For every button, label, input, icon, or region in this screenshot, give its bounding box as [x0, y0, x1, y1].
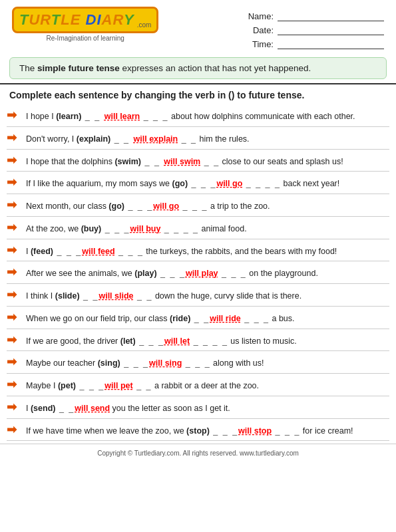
info-text-after: expresses an action that has not yet hap…: [120, 63, 311, 73]
sentence-text: If we have time when we leave the zoo, w…: [26, 425, 389, 438]
answer: will buy: [130, 224, 161, 233]
blank-before: _ _ _: [120, 358, 149, 368]
answer: will send: [75, 404, 110, 413]
sentence-after: him the rules.: [197, 134, 250, 144]
sentence-before: If we have time when we leave the zoo, w…: [26, 426, 186, 436]
sentence-row: ➡Maybe our teacher (sing) _ _ _will sing…: [7, 351, 389, 374]
sentence-row: ➡If we have time when we leave the zoo, …: [7, 419, 389, 442]
sentence-verb: (go): [108, 201, 124, 211]
header: TURTLE DIARY .com Re-Imagination of lear…: [0, 0, 396, 53]
arrow-icon: ➡: [7, 108, 21, 122]
sentence-after: about how dolphins communicate with each…: [169, 112, 355, 121]
sentence-text: If we are good, the driver (let) _ _ _wi…: [26, 335, 389, 348]
sentence-before: After we see the animals, we: [26, 269, 134, 278]
answer: will stop: [238, 426, 272, 436]
sentence-row: ➡Don't worry, I (explain) _ _ will expla…: [7, 127, 389, 150]
blank-after: _ _: [200, 157, 220, 166]
arrow-icon: ➡: [7, 422, 21, 437]
blank-after: _ _ _: [140, 112, 168, 121]
answer: will ride: [210, 314, 241, 323]
sentence-text: After we see the animals, we (play) _ _ …: [26, 267, 389, 280]
sentence-after: a rabbit or a deer at the zoo.: [152, 381, 260, 390]
sentence-text: Don't worry, I (explain) _ _ will explai…: [26, 133, 389, 146]
sentence-after: close to our seats and splash us!: [220, 157, 343, 166]
sentence-before: I hope that the dolphins: [26, 157, 114, 166]
sentence-verb: (ride): [170, 314, 190, 323]
sentence-verb: (pet): [58, 381, 76, 390]
arrow-icon: ➡: [7, 377, 21, 392]
answer: will go: [216, 179, 242, 188]
sentence-text: When we go on our field trip, our class …: [26, 313, 389, 325]
name-fields: Name: Date: Time:: [247, 7, 384, 49]
info-text-before: The: [19, 63, 37, 73]
sentence-verb: (learn): [56, 112, 81, 121]
sentence-row: ➡If we are good, the driver (let) _ _ _w…: [7, 329, 389, 352]
time-row: Time:: [247, 39, 384, 49]
sentence-after: you the letter as soon as I get it.: [110, 404, 230, 413]
blank-after: _ _ _: [179, 201, 208, 211]
arrow-icon: ➡: [7, 198, 21, 212]
sentence-before: I: [26, 247, 31, 256]
sentence-verb: (let): [120, 336, 136, 346]
logo-text: TURTLE DIARY: [19, 11, 134, 29]
blank-after: _ _ _: [115, 247, 144, 256]
arrow-icon: ➡: [7, 243, 21, 257]
answer: will sing: [149, 358, 182, 368]
blank-after: _ _ _ _: [242, 179, 281, 188]
arrow-icon: ➡: [7, 265, 21, 279]
sentence-verb: (go): [172, 179, 188, 188]
sentence-before: If we are good, the driver: [26, 336, 120, 346]
answer: will let: [164, 336, 190, 346]
sentence-text: Maybe I (pet) _ _ _will pet _ _ a rabbit…: [26, 380, 389, 392]
sentence-after: back next year!: [281, 179, 339, 188]
answer: will pet: [104, 381, 132, 390]
sentence-text: I (send) _ _will send you the letter as …: [26, 402, 389, 415]
arrow-icon: ➡: [7, 400, 21, 414]
blank-before: _ _ _: [53, 247, 82, 256]
sentence-verb: (sing): [98, 358, 120, 368]
sentence-verb: (buy): [81, 224, 102, 233]
sentence-row: ➡I hope I (learn) _ _ will learn _ _ _ a…: [7, 104, 389, 127]
blank-before: _ _ _: [76, 381, 104, 390]
blank-after: _ _ _: [272, 426, 300, 436]
sentence-verb: (feed): [31, 247, 53, 256]
blank-after: _ _ _ _: [160, 224, 199, 233]
blank-before: _ _: [55, 404, 75, 413]
sentence-before: I: [26, 404, 31, 413]
sentence-row: ➡Next month, our class (go) _ _ _will go…: [7, 194, 389, 217]
sentence-text: I (feed) _ _ _will feed _ _ _ the turkey…: [26, 245, 389, 258]
date-line: [278, 25, 384, 35]
blank-before: _ _ _: [101, 224, 130, 233]
sentence-text: Maybe our teacher (sing) _ _ _will sing …: [26, 357, 389, 370]
answer: will play: [186, 269, 218, 278]
answer: will swim: [164, 157, 200, 166]
name-label: Name:: [247, 11, 274, 21]
sentence-row: ➡When we go on our field trip, our class…: [7, 307, 389, 329]
sentence-after: on the playground.: [247, 269, 318, 278]
sentence-before: Next month, our class: [26, 201, 108, 211]
sentence-row: ➡If I like the aquarium, my mom says we …: [7, 172, 389, 194]
logo-com: .com: [137, 21, 152, 29]
name-row: Name:: [247, 11, 384, 21]
arrow-icon: ➡: [7, 220, 21, 235]
sentence-after: a bus.: [270, 314, 295, 323]
sentence-verb: (stop): [186, 426, 210, 436]
logo-area: TURTLE DIARY .com Re-Imagination of lear…: [12, 7, 158, 42]
blank-after: _ _ _: [218, 269, 247, 278]
sentence-row: ➡I hope that the dolphins (swim) _ _ wil…: [7, 150, 389, 172]
logo-box: TURTLE DIARY .com: [12, 7, 158, 33]
sentence-before: I hope I: [26, 112, 56, 121]
blank-before: _ _ _: [157, 269, 186, 278]
time-line: [278, 39, 384, 49]
date-label: Date:: [247, 25, 274, 35]
blank-after: _ _: [178, 134, 197, 144]
blank-before: _ _ _: [136, 336, 164, 346]
sentence-text: I hope that the dolphins (swim) _ _ will…: [26, 156, 389, 168]
sentence-row: ➡I (send) _ _will send you the letter as…: [7, 396, 389, 419]
blank-before: _ _: [80, 291, 99, 301]
logo-tagline: Re-Imagination of learning: [47, 35, 124, 42]
arrow-icon: ➡: [7, 287, 21, 302]
sentence-row: ➡I think I (slide) _ _will slide _ _ dow…: [7, 284, 389, 307]
answer: will slide: [99, 291, 133, 301]
blank-before: _ _: [81, 112, 104, 121]
